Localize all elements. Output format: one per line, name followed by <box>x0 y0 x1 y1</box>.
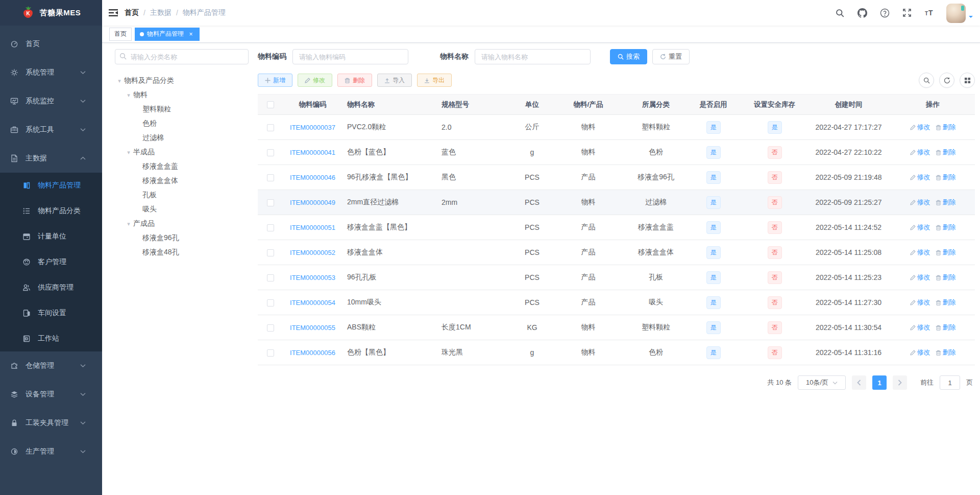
row-delete-link[interactable]: 删除 <box>936 223 956 232</box>
edit-button[interactable]: 修改 <box>298 74 332 87</box>
row-edit-link[interactable]: 修改 <box>910 123 930 132</box>
row-edit-link[interactable]: 修改 <box>910 248 930 257</box>
sidebar-item-0[interactable]: 首页 <box>0 30 102 58</box>
tab-close-icon[interactable]: × <box>187 31 194 38</box>
logo[interactable]: K 苦糖果MES <box>0 0 102 26</box>
row-edit-link[interactable]: 修改 <box>910 173 930 182</box>
row-checkbox[interactable] <box>267 249 274 256</box>
search-button[interactable]: 搜索 <box>610 49 647 64</box>
tree-node-2[interactable]: 塑料颗粒 <box>115 102 249 116</box>
tab-1[interactable]: 物料产品管理× <box>135 28 200 41</box>
import-button[interactable]: 导入 <box>377 74 412 87</box>
item-code-link[interactable]: ITEM00000056 <box>290 349 335 357</box>
row-delete-link[interactable]: 删除 <box>936 298 956 307</box>
item-code-link[interactable]: ITEM00000053 <box>290 274 335 281</box>
item-code-link[interactable]: ITEM00000049 <box>290 199 335 206</box>
sidebar-subitem-5[interactable]: 车间设置 <box>0 300 102 326</box>
tree-node-8[interactable]: 孔板 <box>115 188 249 202</box>
help-button[interactable] <box>876 0 893 26</box>
tree-node-7[interactable]: 移液盒盒体 <box>115 174 249 188</box>
next-page-button[interactable] <box>893 375 907 390</box>
row-delete-link[interactable]: 删除 <box>936 148 956 157</box>
sidebar-item-3[interactable]: 系统工具 <box>0 115 102 144</box>
tab-0[interactable]: 首页 <box>109 28 132 41</box>
sidebar-subitem-3[interactable]: 客户管理 <box>0 249 102 275</box>
row-checkbox[interactable] <box>267 174 274 181</box>
export-button[interactable]: 导出 <box>417 74 452 87</box>
row-checkbox[interactable] <box>267 349 274 357</box>
sidebar-subitem-6[interactable]: 工作站 <box>0 326 102 351</box>
caret-down-icon[interactable]: ▾ <box>124 92 133 99</box>
row-delete-link[interactable]: 删除 <box>936 198 956 207</box>
name-input[interactable] <box>475 49 591 64</box>
page-size-select[interactable]: 10条/页 <box>798 375 846 390</box>
column-settings-button[interactable] <box>960 73 975 88</box>
breadcrumb-item-0[interactable]: 首页 <box>125 8 139 17</box>
sidebar-item-2[interactable]: 系统监控 <box>0 87 102 115</box>
tree-node-5[interactable]: ▾半成品 <box>115 145 249 159</box>
select-all-checkbox[interactable] <box>267 101 274 108</box>
row-checkbox[interactable] <box>267 199 274 206</box>
sidebar-item-6[interactable]: 设备管理 <box>0 380 102 409</box>
item-code-link[interactable]: ITEM00000051 <box>290 224 335 231</box>
user-menu[interactable] <box>946 3 973 23</box>
sidebar-subitem-4[interactable]: 供应商管理 <box>0 275 102 300</box>
caret-down-icon[interactable]: ▾ <box>124 221 133 227</box>
sidebar-toggle-button[interactable] <box>102 0 125 26</box>
row-delete-link[interactable]: 删除 <box>936 173 956 182</box>
sidebar-item-5[interactable]: 仓储管理 <box>0 351 102 380</box>
goto-page-input[interactable] <box>940 375 960 390</box>
item-code-link[interactable]: ITEM00000052 <box>290 249 335 256</box>
sidebar-subitem-1[interactable]: 物料产品分类 <box>0 198 102 224</box>
tree-node-3[interactable]: 色粉 <box>115 116 249 131</box>
row-edit-link[interactable]: 修改 <box>910 198 930 207</box>
row-checkbox[interactable] <box>267 274 274 281</box>
row-delete-link[interactable]: 删除 <box>936 123 956 132</box>
fontsize-button[interactable]: TT <box>921 0 938 26</box>
tree-node-9[interactable]: 吸头 <box>115 202 249 217</box>
row-edit-link[interactable]: 修改 <box>910 223 930 232</box>
code-input[interactable] <box>292 49 408 64</box>
row-edit-link[interactable]: 修改 <box>910 273 930 282</box>
page-number-1[interactable]: 1 <box>872 375 887 390</box>
caret-down-icon[interactable]: ▾ <box>115 78 124 84</box>
tree-node-0[interactable]: ▾物料及产品分类 <box>115 74 249 88</box>
refresh-table-button[interactable] <box>939 73 954 88</box>
item-code-link[interactable]: ITEM00000046 <box>290 174 335 181</box>
tree-node-12[interactable]: 移液盒48孔 <box>115 245 249 260</box>
tree-node-10[interactable]: ▾产成品 <box>115 217 249 231</box>
add-button[interactable]: 新增 <box>258 74 292 87</box>
row-checkbox[interactable] <box>267 324 274 332</box>
row-edit-link[interactable]: 修改 <box>910 348 930 357</box>
sidebar-item-1[interactable]: 系统管理 <box>0 58 102 87</box>
reset-button[interactable]: 重置 <box>652 49 690 64</box>
tree-search-input[interactable] <box>115 49 249 64</box>
row-edit-link[interactable]: 修改 <box>910 148 930 157</box>
fullscreen-button[interactable] <box>898 0 916 26</box>
delete-button[interactable]: 删除 <box>337 74 372 87</box>
row-checkbox[interactable] <box>267 299 274 307</box>
tree-node-11[interactable]: 移液盒96孔 <box>115 231 249 245</box>
row-delete-link[interactable]: 删除 <box>936 273 956 282</box>
row-edit-link[interactable]: 修改 <box>910 323 930 332</box>
tree-node-1[interactable]: ▾物料 <box>115 88 249 102</box>
row-checkbox[interactable] <box>267 149 274 156</box>
sidebar-item-8[interactable]: 生产管理 <box>0 437 102 466</box>
item-code-link[interactable]: ITEM00000054 <box>290 299 335 307</box>
row-delete-link[interactable]: 删除 <box>936 323 956 332</box>
github-button[interactable] <box>853 0 871 26</box>
item-code-link[interactable]: ITEM00000055 <box>290 324 335 332</box>
row-checkbox[interactable] <box>267 224 274 231</box>
sidebar-subitem-0[interactable]: 物料产品管理 <box>0 173 102 198</box>
item-code-link[interactable]: ITEM00000041 <box>290 149 335 156</box>
toggle-search-button[interactable] <box>919 73 934 88</box>
caret-down-icon[interactable]: ▾ <box>124 149 133 156</box>
row-delete-link[interactable]: 删除 <box>936 248 956 257</box>
sidebar-item-7[interactable]: 工装夹具管理 <box>0 409 102 437</box>
tree-node-4[interactable]: 过滤棉 <box>115 131 249 145</box>
tree-node-6[interactable]: 移液盒盒盖 <box>115 159 249 174</box>
avatar[interactable] <box>946 4 966 23</box>
item-code-link[interactable]: ITEM00000037 <box>290 124 335 131</box>
sidebar-item-4[interactable]: 主数据 <box>0 144 102 173</box>
row-checkbox[interactable] <box>267 124 274 131</box>
